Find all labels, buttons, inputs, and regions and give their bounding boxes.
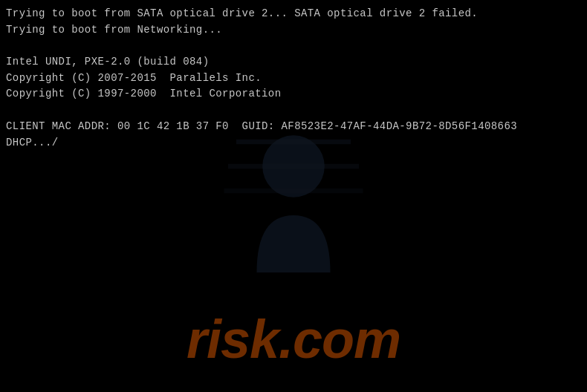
watermark-brand-text: risk.com xyxy=(187,309,400,370)
terminal-line: DHCP.../ xyxy=(6,135,517,151)
terminal-line: Copyright (C) 1997-2000 Intel Corporatio… xyxy=(6,86,517,102)
watermark: risk.com xyxy=(0,110,587,392)
terminal-line xyxy=(6,38,517,54)
terminal-line xyxy=(6,102,517,119)
terminal-line: Copyright (C) 2007-2015 Parallels Inc. xyxy=(6,71,517,87)
terminal-line: CLIENT MAC ADDR: 00 1C 42 1B 37 F0 GUID:… xyxy=(6,119,517,135)
terminal-line: Trying to boot from SATA optical drive 2… xyxy=(6,6,517,22)
terminal-screen: risk.com Trying to boot from SATA optica… xyxy=(0,0,587,392)
terminal-output: Trying to boot from SATA optical drive 2… xyxy=(6,6,517,151)
terminal-line: Intel UNDI, PXE-2.0 (build 084) xyxy=(6,54,517,71)
terminal-line: Trying to boot from Networking... xyxy=(6,22,517,39)
